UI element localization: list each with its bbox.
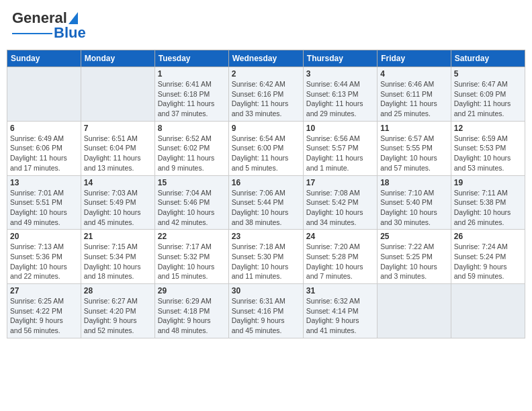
- day-info: Sunrise: 6:44 AM Sunset: 6:13 PM Dayligh…: [306, 79, 374, 119]
- calendar-cell: 23Sunrise: 7:18 AM Sunset: 5:30 PM Dayli…: [228, 230, 303, 284]
- logo-triangle-icon: [69, 12, 78, 24]
- day-number: 20: [10, 232, 78, 241]
- calendar-cell: 25Sunrise: 7:22 AM Sunset: 5:25 PM Dayli…: [378, 230, 451, 284]
- day-number: 13: [10, 178, 78, 187]
- day-number: 4: [380, 69, 448, 79]
- day-info: Sunrise: 6:54 AM Sunset: 6:00 PM Dayligh…: [232, 134, 300, 173]
- day-info: Sunrise: 6:41 AM Sunset: 6:18 PM Dayligh…: [158, 79, 226, 119]
- day-number: 23: [232, 232, 300, 241]
- day-info: Sunrise: 7:03 AM Sunset: 5:49 PM Dayligh…: [84, 188, 152, 228]
- calendar-cell: 29Sunrise: 6:29 AM Sunset: 4:18 PM Dayli…: [154, 284, 228, 338]
- calendar-cell: 26Sunrise: 7:24 AM Sunset: 5:24 PM Dayli…: [451, 230, 525, 284]
- calendar-cell: [81, 67, 154, 122]
- calendar-week-row: 20Sunrise: 7:13 AM Sunset: 5:36 PM Dayli…: [7, 230, 525, 284]
- day-number: 18: [380, 178, 448, 187]
- calendar-cell: 14Sunrise: 7:03 AM Sunset: 5:49 PM Dayli…: [81, 175, 154, 230]
- day-number: 7: [84, 124, 152, 133]
- day-number: 17: [306, 178, 374, 187]
- day-info: Sunrise: 7:20 AM Sunset: 5:28 PM Dayligh…: [306, 242, 374, 281]
- day-info: Sunrise: 7:04 AM Sunset: 5:46 PM Dayligh…: [158, 188, 226, 228]
- weekday-header-monday: Monday: [81, 50, 154, 67]
- page-header: General Blue: [7, 7, 525, 44]
- day-number: 3: [306, 69, 374, 79]
- day-number: 24: [306, 232, 374, 241]
- calendar-cell: 6Sunrise: 6:49 AM Sunset: 6:06 PM Daylig…: [7, 121, 81, 175]
- day-info: Sunrise: 7:01 AM Sunset: 5:51 PM Dayligh…: [10, 188, 78, 228]
- calendar-cell: 3Sunrise: 6:44 AM Sunset: 6:13 PM Daylig…: [303, 67, 377, 122]
- day-info: Sunrise: 6:49 AM Sunset: 6:06 PM Dayligh…: [10, 134, 78, 173]
- day-number: 11: [380, 124, 448, 133]
- calendar-week-row: 6Sunrise: 6:49 AM Sunset: 6:06 PM Daylig…: [7, 121, 525, 175]
- day-info: Sunrise: 6:46 AM Sunset: 6:11 PM Dayligh…: [380, 79, 448, 119]
- weekday-header-sunday: Sunday: [7, 50, 81, 67]
- day-number: 10: [306, 124, 374, 133]
- day-info: Sunrise: 6:51 AM Sunset: 6:04 PM Dayligh…: [84, 134, 152, 173]
- day-number: 27: [10, 286, 78, 295]
- day-info: Sunrise: 7:22 AM Sunset: 5:25 PM Dayligh…: [380, 242, 448, 281]
- day-info: Sunrise: 6:32 AM Sunset: 4:14 PM Dayligh…: [306, 296, 374, 336]
- calendar-cell: 24Sunrise: 7:20 AM Sunset: 5:28 PM Dayli…: [303, 230, 377, 284]
- day-info: Sunrise: 6:47 AM Sunset: 6:09 PM Dayligh…: [454, 79, 522, 119]
- day-info: Sunrise: 7:15 AM Sunset: 5:34 PM Dayligh…: [84, 242, 152, 281]
- calendar-cell: 20Sunrise: 7:13 AM Sunset: 5:36 PM Dayli…: [7, 230, 81, 284]
- day-info: Sunrise: 6:42 AM Sunset: 6:16 PM Dayligh…: [232, 79, 300, 119]
- calendar-cell: 28Sunrise: 6:27 AM Sunset: 4:20 PM Dayli…: [81, 284, 154, 338]
- day-number: 15: [158, 178, 226, 187]
- day-number: 28: [84, 286, 152, 295]
- day-info: Sunrise: 7:17 AM Sunset: 5:32 PM Dayligh…: [158, 242, 226, 281]
- weekday-header-tuesday: Tuesday: [154, 50, 228, 67]
- logo-line: [12, 33, 52, 34]
- logo-blue: Blue: [54, 24, 86, 42]
- calendar-week-row: 13Sunrise: 7:01 AM Sunset: 5:51 PM Dayli…: [7, 175, 525, 230]
- calendar-cell: 1Sunrise: 6:41 AM Sunset: 6:18 PM Daylig…: [154, 67, 228, 122]
- calendar-cell: [378, 284, 451, 338]
- day-info: Sunrise: 7:06 AM Sunset: 5:44 PM Dayligh…: [232, 188, 300, 228]
- calendar-cell: 21Sunrise: 7:15 AM Sunset: 5:34 PM Dayli…: [81, 230, 154, 284]
- day-number: 5: [454, 69, 522, 79]
- day-number: 25: [380, 232, 448, 241]
- calendar-week-row: 27Sunrise: 6:25 AM Sunset: 4:22 PM Dayli…: [7, 284, 525, 338]
- calendar-cell: 5Sunrise: 6:47 AM Sunset: 6:09 PM Daylig…: [451, 67, 525, 122]
- day-info: Sunrise: 6:52 AM Sunset: 6:02 PM Dayligh…: [158, 134, 226, 173]
- calendar-cell: 18Sunrise: 7:10 AM Sunset: 5:40 PM Dayli…: [378, 175, 451, 230]
- day-number: 22: [158, 232, 226, 241]
- day-info: Sunrise: 6:31 AM Sunset: 4:16 PM Dayligh…: [232, 296, 300, 336]
- calendar-cell: 10Sunrise: 6:56 AM Sunset: 5:57 PM Dayli…: [303, 121, 377, 175]
- calendar-header-row: SundayMondayTuesdayWednesdayThursdayFrid…: [7, 50, 525, 67]
- day-info: Sunrise: 7:11 AM Sunset: 5:38 PM Dayligh…: [454, 188, 522, 228]
- calendar-cell: 22Sunrise: 7:17 AM Sunset: 5:32 PM Dayli…: [154, 230, 228, 284]
- day-info: Sunrise: 6:56 AM Sunset: 5:57 PM Dayligh…: [306, 134, 374, 173]
- day-number: 29: [158, 286, 226, 295]
- day-info: Sunrise: 6:25 AM Sunset: 4:22 PM Dayligh…: [10, 296, 78, 336]
- weekday-header-thursday: Thursday: [303, 50, 377, 67]
- day-info: Sunrise: 7:24 AM Sunset: 5:24 PM Dayligh…: [454, 242, 522, 281]
- calendar-cell: 19Sunrise: 7:11 AM Sunset: 5:38 PM Dayli…: [451, 175, 525, 230]
- day-info: Sunrise: 6:29 AM Sunset: 4:18 PM Dayligh…: [158, 296, 226, 336]
- calendar-cell: 12Sunrise: 6:59 AM Sunset: 5:53 PM Dayli…: [451, 121, 525, 175]
- weekday-header-wednesday: Wednesday: [228, 50, 303, 67]
- day-info: Sunrise: 6:59 AM Sunset: 5:53 PM Dayligh…: [454, 134, 522, 173]
- calendar-cell: 15Sunrise: 7:04 AM Sunset: 5:46 PM Dayli…: [154, 175, 228, 230]
- calendar-cell: 16Sunrise: 7:06 AM Sunset: 5:44 PM Dayli…: [228, 175, 303, 230]
- day-number: 14: [84, 178, 152, 187]
- calendar-week-row: 1Sunrise: 6:41 AM Sunset: 6:18 PM Daylig…: [7, 67, 525, 122]
- day-number: 19: [454, 178, 522, 187]
- weekday-header-saturday: Saturday: [451, 50, 525, 67]
- calendar-cell: 8Sunrise: 6:52 AM Sunset: 6:02 PM Daylig…: [154, 121, 228, 175]
- day-info: Sunrise: 7:18 AM Sunset: 5:30 PM Dayligh…: [232, 242, 300, 281]
- day-info: Sunrise: 7:10 AM Sunset: 5:40 PM Dayligh…: [380, 188, 448, 228]
- day-number: 1: [158, 69, 226, 79]
- day-number: 21: [84, 232, 152, 241]
- calendar-cell: 11Sunrise: 6:57 AM Sunset: 5:55 PM Dayli…: [378, 121, 451, 175]
- day-info: Sunrise: 6:27 AM Sunset: 4:20 PM Dayligh…: [84, 296, 152, 336]
- day-number: 6: [10, 124, 78, 133]
- day-number: 16: [232, 178, 300, 187]
- day-number: 30: [232, 286, 300, 295]
- day-info: Sunrise: 7:13 AM Sunset: 5:36 PM Dayligh…: [10, 242, 78, 281]
- day-number: 26: [454, 232, 522, 241]
- day-info: Sunrise: 6:57 AM Sunset: 5:55 PM Dayligh…: [380, 134, 448, 173]
- calendar-cell: 27Sunrise: 6:25 AM Sunset: 4:22 PM Dayli…: [7, 284, 81, 338]
- calendar-cell: [7, 67, 81, 122]
- day-number: 8: [158, 124, 226, 133]
- calendar-cell: 7Sunrise: 6:51 AM Sunset: 6:04 PM Daylig…: [81, 121, 154, 175]
